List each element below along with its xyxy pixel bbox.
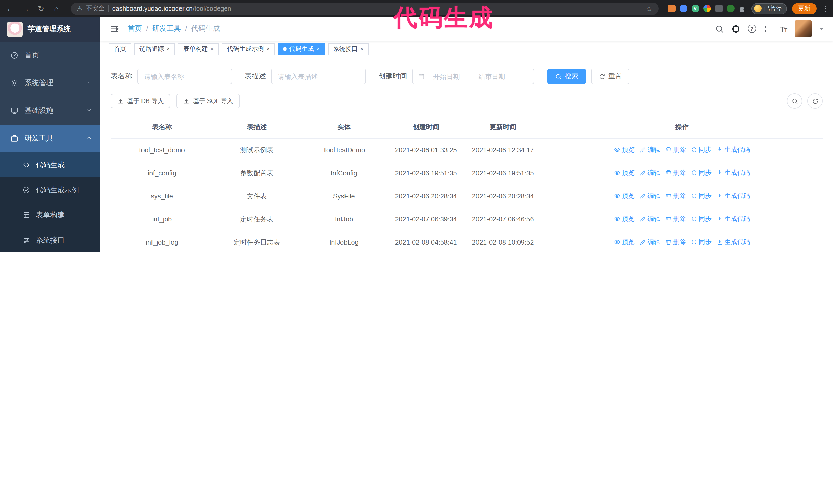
sidebar-item-infra[interactable]: 基础设施: [0, 97, 100, 125]
address-bar[interactable]: ⚠ 不安全 dashboard.yudao.iocoder.cn/tool/co…: [71, 2, 659, 15]
back-icon[interactable]: ←: [5, 5, 15, 12]
dashboard-icon: [10, 51, 19, 59]
close-icon[interactable]: ×: [360, 46, 364, 52]
tab-form-builder[interactable]: 表单构建×: [178, 43, 219, 55]
edit-link[interactable]: 编辑: [640, 237, 660, 247]
generate-link[interactable]: 生成代码: [717, 214, 750, 224]
extension-icon[interactable]: [703, 5, 711, 12]
reload-icon[interactable]: ↻: [36, 5, 46, 12]
reset-button[interactable]: 重置: [591, 69, 629, 84]
import-sql-button[interactable]: 基于 SQL 导入: [176, 94, 240, 108]
profile-chip[interactable]: 已暂停: [751, 3, 787, 14]
table-desc-input[interactable]: [271, 69, 366, 84]
sync-link[interactable]: 同步: [691, 214, 712, 224]
cell-name: sys_file: [111, 185, 213, 208]
sidebar-nav: 首页 系统管理 基础设施 研发工具: [0, 42, 100, 252]
preview-link[interactable]: 预览: [614, 214, 635, 224]
delete-link[interactable]: 删除: [665, 145, 686, 155]
forward-icon[interactable]: →: [21, 5, 31, 12]
extension-icon[interactable]: [727, 5, 734, 12]
column-header: 创建时间: [387, 116, 465, 139]
caret-down-icon[interactable]: [820, 27, 824, 30]
chrome-menu-icon[interactable]: ⋮: [822, 5, 828, 12]
delete-link[interactable]: 删除: [665, 237, 686, 247]
sidebar-item-form-builder[interactable]: 表单构建: [0, 202, 100, 227]
extension-icon[interactable]: [668, 5, 675, 12]
delete-link[interactable]: 删除: [665, 214, 686, 224]
extension-icon[interactable]: [715, 5, 722, 12]
extension-icon[interactable]: V: [691, 5, 699, 12]
preview-link[interactable]: 预览: [614, 168, 635, 178]
tab-tracing[interactable]: 链路追踪×: [134, 43, 175, 55]
action-label: 预览: [622, 168, 635, 178]
edit-link[interactable]: 编辑: [640, 214, 660, 224]
cell-created: 2021-02-06 20:28:34: [387, 185, 465, 208]
search-button[interactable]: 搜索: [547, 69, 586, 84]
close-icon[interactable]: ×: [316, 46, 320, 52]
close-icon[interactable]: ×: [210, 46, 214, 52]
generate-link[interactable]: 生成代码: [717, 145, 750, 155]
sidebar-item-devtools[interactable]: 研发工具: [0, 125, 100, 152]
upload-icon: [117, 98, 124, 104]
update-button[interactable]: 更新: [792, 3, 816, 14]
sidebar-item-codegen[interactable]: 代码生成: [0, 152, 100, 177]
extension-icon[interactable]: [680, 5, 687, 12]
search-icon: [791, 98, 798, 104]
refresh-table-button[interactable]: [807, 93, 823, 109]
start-date-input[interactable]: [428, 73, 465, 80]
action-label: 生成代码: [724, 237, 750, 247]
url-host: dashboard.yudao.iocoder.cn: [112, 5, 193, 12]
action-label: 生成代码: [724, 145, 750, 155]
import-db-button[interactable]: 基于 DB 导入: [111, 94, 170, 108]
delete-link[interactable]: 删除: [665, 168, 686, 178]
generate-link[interactable]: 生成代码: [717, 237, 750, 247]
home-icon[interactable]: ⌂: [51, 5, 62, 12]
search-icon[interactable]: [715, 24, 723, 33]
action-label: 同步: [699, 145, 712, 155]
toggle-search-button[interactable]: [787, 93, 802, 109]
tab-codegen[interactable]: 代码生成×: [278, 43, 325, 55]
breadcrumb-item[interactable]: 首页: [128, 24, 142, 33]
eye-icon: [614, 147, 620, 153]
help-icon[interactable]: ?: [748, 25, 756, 33]
delete-link[interactable]: 删除: [665, 191, 686, 201]
sidebar-toggle[interactable]: [110, 24, 119, 33]
app-logo: 芋道管理系统: [0, 17, 100, 42]
sidebar-item-codegen-example[interactable]: 代码生成示例: [0, 177, 100, 202]
sidebar-item-system[interactable]: 系统管理: [0, 69, 100, 97]
sync-link[interactable]: 同步: [691, 237, 712, 247]
sync-link[interactable]: 同步: [691, 191, 712, 201]
font-size-icon[interactable]: TT: [780, 24, 787, 33]
generate-link[interactable]: 生成代码: [717, 191, 750, 201]
end-date-input[interactable]: [473, 73, 510, 80]
close-icon[interactable]: ×: [167, 46, 170, 52]
edit-link[interactable]: 编辑: [640, 145, 660, 155]
user-avatar[interactable]: [794, 20, 812, 38]
breadcrumb-item[interactable]: 研发工具: [152, 24, 181, 33]
tab-codegen-example[interactable]: 代码生成示例×: [222, 43, 275, 55]
sidebar-item-system-api[interactable]: 系统接口: [0, 227, 100, 252]
edit-link[interactable]: 编辑: [640, 168, 660, 178]
sidebar-item-home[interactable]: 首页: [0, 42, 100, 69]
generate-link[interactable]: 生成代码: [717, 168, 750, 178]
column-header: 更新时间: [465, 116, 541, 139]
github-icon[interactable]: [731, 24, 740, 33]
tab-system-api[interactable]: 系统接口×: [328, 43, 369, 55]
preview-link[interactable]: 预览: [614, 237, 635, 247]
tab-home[interactable]: 首页: [109, 43, 131, 55]
table-name-input[interactable]: [137, 69, 232, 84]
sync-link[interactable]: 同步: [691, 145, 712, 155]
fullscreen-icon[interactable]: [764, 24, 772, 33]
preview-link[interactable]: 预览: [614, 145, 635, 155]
bookmark-star-icon[interactable]: ☆: [646, 4, 652, 13]
sidebar-item-label: 代码生成: [36, 160, 65, 169]
sidebar-item-label: 系统管理: [25, 78, 53, 88]
preview-link[interactable]: 预览: [614, 191, 635, 201]
date-range-picker[interactable]: -: [412, 69, 534, 84]
extensions-puzzle-icon[interactable]: [738, 5, 746, 12]
edit-icon: [640, 239, 646, 245]
edit-link[interactable]: 编辑: [640, 191, 660, 201]
address-divider: [108, 5, 109, 12]
sync-link[interactable]: 同步: [691, 168, 712, 178]
close-icon[interactable]: ×: [266, 46, 270, 52]
